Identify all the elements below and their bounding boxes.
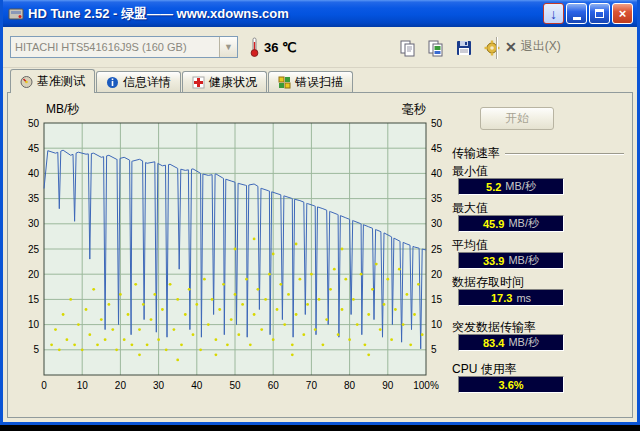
close-icon[interactable]: ×: [612, 3, 633, 24]
svg-text:50: 50: [431, 118, 443, 129]
copy-icon[interactable]: [395, 35, 420, 60]
tab-label: 健康状况: [209, 74, 257, 91]
svg-text:35: 35: [28, 193, 40, 204]
svg-text:0: 0: [41, 380, 47, 391]
group-divider: [505, 153, 624, 155]
maximize-icon[interactable]: [589, 3, 610, 24]
svg-text:5: 5: [33, 344, 39, 355]
cpu-usage-value: 3.6%: [498, 379, 523, 391]
cpu-usage-value-box: 3.6%: [458, 376, 564, 393]
svg-text:30: 30: [153, 380, 165, 391]
chevron-down-icon[interactable]: ▼: [219, 37, 237, 57]
svg-text:45: 45: [431, 143, 443, 154]
svg-text:40: 40: [191, 380, 203, 391]
burst-rate-value-box: 83.4 MB/秒: [458, 334, 564, 351]
gauge-icon: [20, 75, 33, 88]
exit-icon: ✕: [505, 39, 517, 55]
svg-text:15: 15: [28, 294, 40, 305]
max-value-box: 45.9 MB/秒: [458, 215, 564, 232]
access-time-value-box: 17.3 ms: [458, 289, 564, 306]
svg-text:30: 30: [431, 218, 443, 229]
tab-benchmark[interactable]: 基准测试: [10, 69, 95, 93]
svg-text:20: 20: [115, 380, 127, 391]
max-unit: MB/秒: [508, 216, 539, 231]
svg-text:10: 10: [431, 319, 443, 330]
start-button[interactable]: 开始: [480, 107, 554, 130]
svg-text:90: 90: [382, 380, 394, 391]
svg-text:70: 70: [306, 380, 318, 391]
exit-button[interactable]: ✕ 退出(X): [505, 38, 561, 55]
tab-health[interactable]: 健康状况: [182, 71, 267, 92]
scan-blocks-icon: [278, 76, 291, 89]
svg-text:20: 20: [431, 269, 443, 280]
health-cross-icon: [192, 76, 205, 89]
min-value: 5.2: [486, 181, 501, 193]
svg-text:25: 25: [431, 244, 443, 255]
svg-text:30: 30: [28, 218, 40, 229]
tab-error-scan[interactable]: 错误扫描: [268, 71, 353, 92]
tab-bar: 基准测试 信息详情 健康状况 错误扫描: [10, 69, 354, 92]
avg-value: 33.9: [483, 255, 504, 267]
window-title: HD Tune 2.52 - 绿盟—— www.xdowns.com: [28, 5, 289, 23]
tab-label: 信息详情: [123, 74, 171, 91]
transfer-rate-title: 传输速率: [452, 145, 500, 162]
svg-text:40: 40: [431, 168, 443, 179]
min-unit: MB/秒: [505, 179, 536, 194]
svg-text:40: 40: [28, 168, 40, 179]
svg-text:20: 20: [28, 269, 40, 280]
svg-text:80: 80: [344, 380, 356, 391]
max-value: 45.9: [483, 218, 504, 230]
y-axis-right-label: 毫秒: [402, 101, 426, 118]
temperature-value: 36 ℃: [264, 40, 297, 55]
burst-rate-unit: MB/秒: [508, 335, 539, 350]
drive-select-value: HITACHI HTS541616J9S (160 GB): [11, 41, 219, 53]
copy-image-icon[interactable]: [423, 35, 448, 60]
access-time-unit: ms: [516, 292, 531, 304]
tab-label: 错误扫描: [295, 74, 343, 91]
results-sidebar: 开始 传输速率 最小值 5.2 MB/秒 最大值 45.9 MB/秒 平均值 3…: [450, 101, 626, 413]
exit-label: 退出(X): [521, 38, 561, 55]
minimize-icon[interactable]: [566, 3, 587, 24]
tab-info[interactable]: 信息详情: [96, 71, 181, 92]
svg-text:50: 50: [28, 118, 40, 129]
info-icon: [106, 76, 119, 89]
drive-select-dropdown[interactable]: HITACHI HTS541616J9S (160 GB) ▼: [10, 36, 238, 58]
svg-text:35: 35: [431, 193, 443, 204]
app-icon: [8, 6, 24, 22]
min-value-box: 5.2 MB/秒: [458, 178, 564, 195]
benchmark-chart: 5050454540403535303025252020151510105501…: [10, 117, 450, 405]
svg-text:45: 45: [28, 143, 40, 154]
download-icon[interactable]: ↓: [543, 3, 564, 24]
svg-text:60: 60: [268, 380, 280, 391]
avg-value-box: 33.9 MB/秒: [458, 252, 564, 269]
svg-text:10: 10: [77, 380, 89, 391]
svg-text:15: 15: [431, 294, 443, 305]
y-axis-left-label: MB/秒: [46, 101, 79, 118]
save-icon[interactable]: [451, 35, 476, 60]
burst-rate-value: 83.4: [483, 337, 504, 349]
thermometer-icon: [249, 37, 260, 57]
svg-text:25: 25: [28, 244, 40, 255]
avg-unit: MB/秒: [508, 253, 539, 268]
options-icon[interactable]: [479, 35, 504, 60]
tab-label: 基准测试: [37, 73, 85, 90]
svg-text:5: 5: [431, 344, 437, 355]
benchmark-panel: MB/秒 毫秒 50504545404035353030252520201515…: [7, 92, 633, 418]
svg-text:50: 50: [229, 380, 241, 391]
toolbar-separator: [496, 37, 498, 59]
svg-text:10: 10: [28, 319, 40, 330]
svg-text:100%: 100%: [413, 380, 439, 391]
access-time-value: 17.3: [491, 292, 512, 304]
toolbar: HITACHI HTS541616J9S (160 GB) ▼ 36 ℃: [3, 27, 637, 68]
hdtune-window: HD Tune 2.52 - 绿盟—— www.xdowns.com ↓ × H…: [0, 0, 640, 425]
titlebar: HD Tune 2.52 - 绿盟—— www.xdowns.com ↓ ×: [3, 0, 637, 27]
